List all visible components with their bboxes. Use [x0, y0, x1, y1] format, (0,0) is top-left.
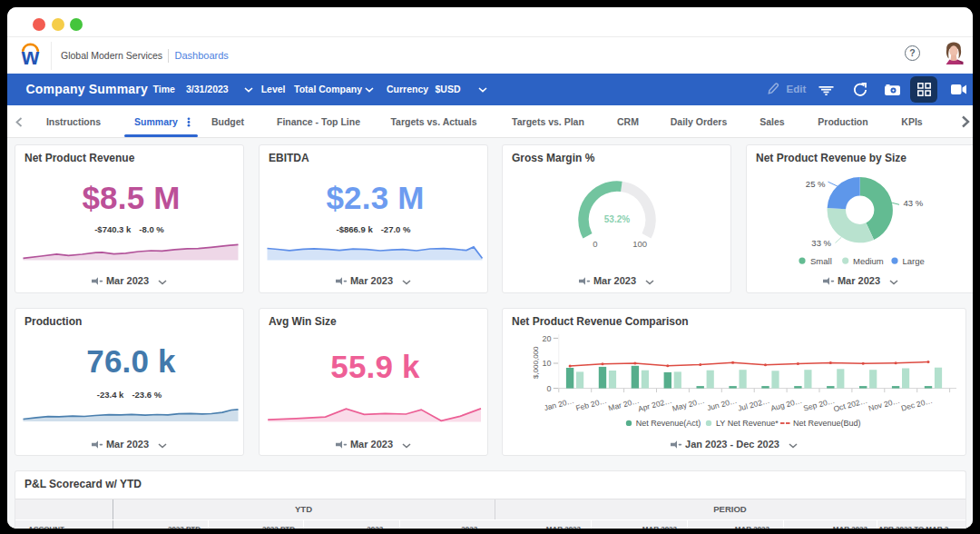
svg-text:Small: Small [810, 256, 832, 266]
svg-text:Feb 20…: Feb 20… [574, 396, 607, 413]
svg-text:Large: Large [903, 256, 925, 266]
svg-text:0: 0 [593, 239, 597, 249]
svg-text:20: 20 [542, 334, 551, 343]
svg-text:Jul 202…: Jul 202… [737, 396, 770, 413]
svg-text:$,000,000: $,000,000 [532, 346, 540, 379]
svg-text:Jun 20…: Jun 20… [706, 396, 738, 412]
svg-text:100: 100 [632, 239, 647, 249]
svg-text:53.2%: 53.2% [604, 214, 630, 224]
svg-text:Jan 20…: Jan 20… [543, 396, 574, 412]
svg-text:Apr 202…: Apr 202… [637, 396, 673, 414]
svg-text:Net Revenue(Bud): Net Revenue(Bud) [793, 419, 861, 428]
svg-text:w: w [21, 44, 40, 68]
svg-text:Mar 20…: Mar 20… [607, 396, 640, 413]
svg-text:0: 0 [546, 384, 551, 393]
svg-text:Sep 20…: Sep 20… [802, 396, 836, 413]
svg-text:33 %: 33 % [811, 238, 831, 248]
svg-text:10: 10 [542, 359, 551, 368]
svg-text:Medium: Medium [853, 256, 884, 266]
svg-text:LY Net Revenue*: LY Net Revenue* [716, 419, 779, 428]
svg-text:Dec 20…: Dec 20… [900, 396, 934, 413]
svg-text:43 %: 43 % [904, 198, 924, 208]
svg-text:Aug 20…: Aug 20… [769, 396, 803, 413]
svg-text:Nov 20…: Nov 20… [867, 396, 901, 413]
svg-text:Oct 202…: Oct 202… [832, 396, 868, 414]
svg-text:Net Revenue(Act): Net Revenue(Act) [636, 419, 701, 428]
svg-text:May 20…: May 20… [671, 396, 706, 413]
svg-text:25 %: 25 % [806, 179, 826, 189]
